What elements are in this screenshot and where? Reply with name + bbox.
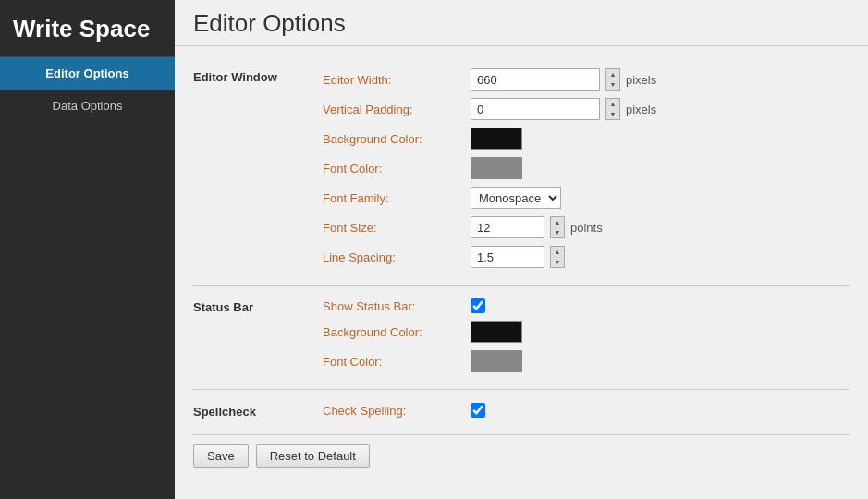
control-show-status-bar [471, 298, 485, 313]
field-font-color: Font Color: [323, 157, 850, 179]
section-fields-spellcheck: Check Spelling: [323, 403, 850, 425]
spinner-up-font-size[interactable]: ▲ [551, 217, 564, 227]
label-show-status-bar: Show Status Bar: [323, 299, 471, 313]
field-show-status-bar: Show Status Bar: [323, 298, 850, 313]
section-status-bar: Status Bar Show Status Bar: Background C… [193, 286, 850, 390]
sidebar: Write Space Editor Options Data Options [0, 0, 175, 499]
label-vertical-padding: Vertical Padding: [323, 103, 471, 116]
spinner-up-vertical-padding[interactable]: ▲ [606, 99, 619, 109]
footer-buttons: Save Reset to Default [193, 435, 850, 468]
field-font-size: Font Size: ▲ ▼ points [323, 216, 850, 238]
page-header: Editor Options [175, 0, 868, 46]
checkbox-show-status-bar[interactable] [471, 298, 485, 313]
label-background-color: Background Color: [323, 132, 471, 146]
content-area: Editor Window Editor Width: ▲ ▼ pixels V… [175, 46, 868, 486]
sidebar-item-editor-options[interactable]: Editor Options [0, 57, 175, 90]
spinner-down-vertical-padding[interactable]: ▼ [606, 109, 619, 119]
spinner-down-font-size[interactable]: ▼ [551, 227, 564, 237]
field-status-bg-color: Background Color: [323, 321, 850, 343]
field-line-spacing: Line Spacing: ▲ ▼ [323, 246, 850, 268]
spinner-down-line-spacing[interactable]: ▼ [551, 257, 564, 267]
section-editor-window: Editor Window Editor Width: ▲ ▼ pixels V… [193, 55, 850, 286]
swatch-font-color[interactable] [471, 157, 522, 179]
select-font-family[interactable]: Monospace Serif Sans-Serif [471, 187, 561, 209]
field-check-spelling: Check Spelling: [323, 403, 850, 418]
input-editor-width[interactable] [471, 68, 600, 91]
section-title-spellcheck: Spellcheck [193, 403, 323, 419]
control-editor-width: ▲ ▼ pixels [471, 68, 656, 91]
input-line-spacing[interactable] [471, 246, 544, 268]
swatch-status-font-color[interactable] [471, 350, 522, 372]
control-check-spelling [471, 403, 485, 418]
swatch-background-color[interactable] [471, 128, 522, 150]
app-title: Write Space [0, 0, 175, 57]
label-status-bg-color: Background Color: [323, 325, 471, 339]
label-font-size: Font Size: [323, 221, 471, 235]
label-font-color: Font Color: [323, 162, 471, 176]
spinner-up-editor-width[interactable]: ▲ [606, 69, 619, 79]
unit-editor-width: pixels [626, 73, 656, 87]
spinner-up-line-spacing[interactable]: ▲ [551, 247, 564, 257]
control-status-font-color [471, 350, 522, 372]
label-editor-width: Editor Width: [323, 73, 471, 87]
section-title-status-bar: Status Bar [193, 298, 323, 314]
field-font-family: Font Family: Monospace Serif Sans-Serif [323, 187, 850, 209]
spinner-vertical-padding[interactable]: ▲ ▼ [605, 98, 620, 120]
control-font-size: ▲ ▼ points [471, 216, 603, 238]
unit-vertical-padding: pixels [626, 103, 656, 116]
section-title-editor-window: Editor Window [193, 68, 323, 84]
field-background-color: Background Color: [323, 128, 850, 150]
field-editor-width: Editor Width: ▲ ▼ pixels [323, 68, 850, 91]
save-button[interactable]: Save [193, 444, 249, 468]
label-font-family: Font Family: [323, 191, 471, 205]
control-line-spacing: ▲ ▼ [471, 246, 565, 268]
field-vertical-padding: Vertical Padding: ▲ ▼ pixels [323, 98, 850, 120]
control-background-color [471, 128, 522, 150]
control-vertical-padding: ▲ ▼ pixels [471, 98, 656, 120]
label-status-font-color: Font Color: [323, 355, 471, 369]
control-font-family: Monospace Serif Sans-Serif [471, 187, 561, 209]
page-title: Editor Options [193, 9, 850, 38]
checkbox-check-spelling[interactable] [471, 403, 485, 418]
reset-button[interactable]: Reset to Default [256, 444, 370, 468]
label-check-spelling: Check Spelling: [323, 404, 471, 418]
control-status-bg-color [471, 321, 522, 343]
unit-font-size: points [570, 221, 603, 235]
section-fields-status-bar: Show Status Bar: Background Color: Font … [323, 298, 850, 380]
main-content: Editor Options Editor Window Editor Widt… [175, 0, 868, 499]
control-font-color [471, 157, 522, 179]
field-status-font-color: Font Color: [323, 350, 850, 372]
label-line-spacing: Line Spacing: [323, 250, 471, 264]
spinner-down-editor-width[interactable]: ▼ [606, 79, 619, 90]
spinner-line-spacing[interactable]: ▲ ▼ [550, 246, 565, 268]
input-font-size[interactable] [471, 216, 544, 238]
input-vertical-padding[interactable] [471, 98, 600, 120]
section-fields-editor-window: Editor Width: ▲ ▼ pixels Vertical Paddin… [323, 68, 850, 275]
sidebar-item-data-options[interactable]: Data Options [0, 90, 175, 122]
section-spellcheck: Spellcheck Check Spelling: [193, 390, 850, 435]
swatch-status-bg-color[interactable] [471, 321, 522, 343]
spinner-editor-width[interactable]: ▲ ▼ [605, 68, 620, 91]
spinner-font-size[interactable]: ▲ ▼ [550, 216, 565, 238]
